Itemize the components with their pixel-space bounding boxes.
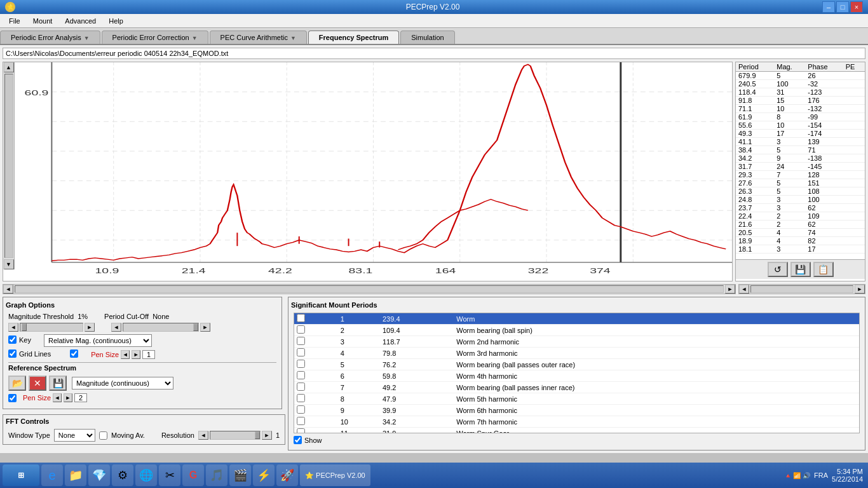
period-checkbox[interactable]: [297, 337, 305, 345]
period-list-item[interactable]: 479.8Worm 3rd harmonic: [294, 348, 859, 359]
moving-av-label: Moving Av.: [111, 431, 145, 439]
taskbar-app6[interactable]: ✂: [159, 464, 180, 486]
vscroll-up-btn[interactable]: ▲: [4, 62, 14, 72]
taskbar-pecprep[interactable]: ⭐ PECPrep V2.00: [300, 464, 370, 486]
filepath-text: C:\Users\Nicolas\Documents\erreur period…: [6, 50, 228, 57]
taskbar-app5[interactable]: 🌐: [135, 464, 157, 486]
mag-slider-left[interactable]: ◄: [8, 323, 18, 332]
tab-frequency-spectrum[interactable]: Frequency Spectrum: [308, 30, 399, 44]
period-checkbox[interactable]: [297, 394, 305, 402]
menu-file[interactable]: File: [3, 16, 27, 26]
ref-open-button[interactable]: 📂: [8, 376, 26, 391]
table-row: 38.4571: [736, 146, 865, 154]
taskbar-app11[interactable]: 🚀: [276, 464, 298, 486]
taskbar-app10[interactable]: ⚡: [253, 464, 275, 486]
menu-advanced[interactable]: Advanced: [58, 16, 102, 26]
resolution-slider[interactable]: ◄ ►: [198, 431, 272, 440]
tab-simulation[interactable]: Simulation: [400, 30, 454, 44]
mag-slider-right[interactable]: ►: [85, 323, 95, 332]
key-checkbox[interactable]: [8, 336, 17, 344]
period-list-item[interactable]: 576.2Worm bearing (ball passes outer rac…: [294, 359, 859, 370]
display-mode-checkbox[interactable]: [70, 349, 78, 358]
taskbar-app8[interactable]: 🎵: [206, 464, 227, 486]
period-checkbox[interactable]: [297, 428, 305, 433]
res-slider-right[interactable]: ►: [262, 431, 272, 440]
hscroll-right-btn[interactable]: ►: [725, 285, 735, 294]
tab-pec-curve-arithmetic[interactable]: PEC Curve Arithmetic▼: [210, 30, 307, 44]
period-list-item[interactable]: 2109.4Worm bearing (ball spin): [294, 325, 859, 336]
taskbar-app3[interactable]: 💎: [88, 464, 110, 486]
period-checkbox[interactable]: [297, 405, 305, 414]
hscrollbar-right[interactable]: ◄ ►: [738, 284, 865, 294]
ref-clear-button[interactable]: ✕: [29, 376, 46, 391]
hscrollbar-left[interactable]: ◄ ►: [3, 284, 736, 294]
tab-periodic-error-correction[interactable]: Periodic Error Correction▼: [102, 30, 208, 44]
grid-lines-checkbox[interactable]: [8, 349, 17, 358]
period-checkbox[interactable]: [297, 371, 305, 379]
data-table-scroll[interactable]: Period Mag. Phase PE 679.9526240.5100-32…: [736, 62, 865, 259]
hscroll2-right-btn[interactable]: ►: [855, 285, 865, 294]
period-cutoff-slider[interactable]: ◄ ►: [111, 323, 210, 332]
table-row: 29.37128: [736, 171, 865, 179]
moving-av-checkbox[interactable]: [99, 431, 107, 440]
ref-save-button[interactable]: 💾: [49, 376, 67, 391]
taskbar-ie[interactable]: e: [41, 464, 63, 486]
hscroll2-track[interactable]: [750, 285, 853, 293]
res-slider-thumb[interactable]: [255, 431, 260, 439]
period-checkbox[interactable]: [297, 325, 305, 334]
period-checkbox[interactable]: [297, 417, 305, 425]
taskbar-app4[interactable]: ⚙: [112, 464, 133, 486]
app-icon[interactable]: ⭐: [5, 2, 15, 12]
vscroll-down-btn[interactable]: ▼: [4, 259, 14, 269]
period-slider-left[interactable]: ◄: [111, 323, 121, 332]
save-table-button[interactable]: 💾: [790, 262, 811, 277]
hscroll-left-btn[interactable]: ◄: [3, 285, 13, 294]
taskbar-app9[interactable]: 🎬: [229, 464, 251, 486]
period-checkbox[interactable]: [297, 314, 305, 322]
period-slider-thumb[interactable]: [193, 323, 198, 331]
mag-slider-thumb[interactable]: [22, 323, 27, 331]
maximize-button[interactable]: □: [836, 1, 849, 13]
period-slider-track[interactable]: [123, 323, 199, 332]
taskbar-explorer[interactable]: 📁: [65, 464, 86, 486]
period-slider-right[interactable]: ►: [200, 323, 210, 332]
period-list-item[interactable]: 939.9Worm 6th harmonic: [294, 405, 859, 416]
taskbar-app7[interactable]: G: [182, 464, 204, 486]
hscroll-track-left[interactable]: [15, 285, 724, 293]
start-button[interactable]: ⊞: [3, 464, 39, 486]
period-list-item[interactable]: 1131.9Worm Spur Gear: [294, 428, 859, 434]
period-checkbox[interactable]: [297, 383, 305, 391]
period-list-item[interactable]: 847.9Worm 5th harmonic: [294, 393, 859, 405]
minimize-button[interactable]: –: [822, 1, 835, 13]
hscroll2-left-btn[interactable]: ◄: [739, 285, 749, 294]
period-list-item[interactable]: 1034.2Worm 7th harmonic: [294, 416, 859, 428]
period-list-item[interactable]: 3118.7Worm 2nd harmonic: [294, 336, 859, 348]
period-list-item[interactable]: 1239.4Worm: [294, 313, 859, 325]
ref-checkbox[interactable]: [8, 394, 17, 402]
pen-size-up[interactable]: ►: [132, 350, 140, 359]
window-type-select[interactable]: None: [54, 429, 95, 442]
ref-pen-up[interactable]: ►: [64, 393, 72, 402]
display-mode-select[interactable]: Relative Mag. (continuous): [44, 334, 152, 347]
res-slider-left[interactable]: ◄: [198, 431, 208, 440]
period-list-item[interactable]: 659.8Worm 4th harmonic: [294, 370, 859, 382]
refresh-button[interactable]: ↺: [768, 262, 788, 277]
period-checkbox[interactable]: [297, 360, 305, 368]
res-slider-track[interactable]: [210, 431, 261, 440]
export-button[interactable]: 📋: [813, 262, 834, 277]
close-button[interactable]: ×: [850, 1, 863, 13]
periods-list[interactable]: 1239.4Worm2109.4Worm bearing (ball spin)…: [294, 313, 860, 433]
show-checkbox[interactable]: [294, 436, 302, 444]
period-list-item[interactable]: 749.2Worm bearing (ball passes inner rac…: [294, 382, 859, 393]
mag-threshold-slider[interactable]: ◄ ►: [8, 323, 95, 332]
ref-display-mode-select[interactable]: Magnitude (continuous): [72, 377, 173, 390]
vscrollbar[interactable]: ▲ ▼: [3, 62, 15, 269]
pen-size-down[interactable]: ◄: [121, 350, 130, 359]
menu-help[interactable]: Help: [102, 16, 130, 26]
tab-periodic-error-analysis[interactable]: Periodic Error Analysis▼: [0, 30, 100, 44]
grid-lines-label: Grid Lines: [19, 350, 51, 358]
mag-slider-track[interactable]: [20, 323, 83, 332]
ref-pen-down[interactable]: ◄: [53, 393, 62, 402]
menu-mount[interactable]: Mount: [27, 16, 59, 26]
period-checkbox[interactable]: [297, 348, 305, 356]
